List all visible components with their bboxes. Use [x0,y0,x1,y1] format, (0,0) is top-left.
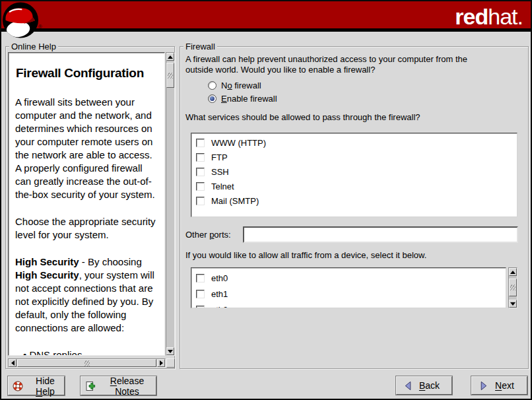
service-checkbox[interactable] [196,168,205,176]
help-horizontal-scrollbar[interactable] [8,358,166,368]
up-arrow-icon [510,268,515,274]
service-row[interactable]: SSH [191,164,517,179]
service-checkbox[interactable] [196,197,205,205]
vertical-scroll-thumb[interactable] [509,279,517,296]
firewall-intro-text: A firewall can help prevent unauthorized… [185,54,521,75]
down-arrow-icon [168,350,173,356]
service-row[interactable]: Mail (SMTP) [191,193,517,208]
help-bullet-item: DNS replies [23,349,160,356]
hide-help-label: Hide Help [26,376,64,397]
header-bar [1,1,531,32]
next-button[interactable]: Next [471,376,527,395]
back-arrow-icon [403,380,414,391]
other-ports-input[interactable] [243,226,518,243]
device-label: eth1 [211,289,228,299]
device-label: eth0 [211,273,228,283]
scrollbar-corner [166,358,175,368]
help-body: Firewall Configuration A firewall sits b… [9,53,164,356]
release-notes-button[interactable]: Release Notes [81,376,156,395]
radio-button[interactable] [208,94,216,103]
down-arrow-icon [510,302,515,308]
other-ports-label: Other ports: [185,230,231,240]
service-row[interactable]: Telnet [191,179,517,193]
services-list[interactable]: WWW (HTTP)FTPSSHTelnetMail (SMTP) [191,133,517,217]
service-label: WWW (HTTP) [211,138,266,148]
back-button[interactable]: Back [396,376,452,395]
radio-button[interactable] [208,81,216,90]
help-paragraph: High Security - By choosing High Securit… [15,255,160,335]
devices-list[interactable]: eth0eth1eth2 [191,267,506,308]
service-checkbox[interactable] [196,182,205,191]
radio-no-firewall-label: No firewall [221,81,261,90]
services-question: What services should be allowed to pass … [185,112,420,122]
up-arrow-icon [168,53,173,59]
scroll-up-button[interactable] [509,268,517,276]
radio-no-firewall[interactable]: No firewall [208,81,261,90]
device-label: eth2 [211,305,228,309]
redhat-shadowman-icon [2,1,40,39]
radio-enable-firewall-label: Enable firewall [221,94,277,104]
devices-scrollbar[interactable] [508,267,517,308]
scroll-down-button[interactable] [166,347,174,355]
help-paragraph: Choose the appropriate security level fo… [15,215,160,242]
thumb-grip [510,284,515,290]
scroll-right-button[interactable] [157,359,165,367]
help-vertical-scrollbar[interactable] [166,52,175,356]
devices-help-text: If you would like to allow all traffic f… [185,250,426,260]
service-row[interactable]: FTP [191,150,517,164]
next-label: Next [489,380,520,391]
vertical-scroll-thumb[interactable] [166,63,174,88]
thumb-grip [168,73,173,79]
scroll-down-button[interactable] [509,300,517,308]
device-checkbox[interactable] [196,306,205,309]
scroll-left-button[interactable] [9,359,17,367]
device-checkbox[interactable] [196,290,205,298]
online-help-frame: Online Help Firewall Configuration A fir… [5,46,175,369]
next-arrow-icon [478,380,489,391]
service-label: FTP [211,152,228,162]
help-title: Firewall Configuration [16,65,160,81]
online-help-frame-label: Online Help [9,42,58,51]
release-notes-label: Release Notes [98,376,156,397]
service-label: Telnet [211,182,234,191]
service-row[interactable]: WWW (HTTP) [191,135,517,150]
service-label: SSH [211,167,229,177]
right-arrow-icon [160,360,166,366]
device-row[interactable]: eth1 [191,286,506,302]
service-label: Mail (SMTP) [211,196,259,206]
installer-window: ® redhat. Online Help Firewall Configura… [0,0,532,400]
hide-help-button[interactable]: Hide Help [8,376,65,395]
scroll-up-button[interactable] [166,53,174,61]
firewall-frame-label: Firewall [183,42,217,51]
radio-enable-firewall[interactable]: Enable firewall [208,94,277,104]
back-label: Back [414,380,445,391]
firewall-frame: Firewall A firewall can help prevent una… [180,46,529,369]
device-row[interactable]: eth0 [191,270,506,286]
release-notes-icon [85,381,96,391]
thumb-grip [84,360,90,366]
wordmark-red: red [455,4,488,29]
left-arrow-icon [9,360,15,366]
horizontal-scroll-thumb[interactable] [17,359,156,367]
redhat-wordmark: redhat. [455,4,523,30]
registered-trademark: ® [38,24,42,30]
device-row[interactable]: eth2 [191,302,506,308]
help-paragraph: A firewall sits between your computer an… [15,96,160,201]
wordmark-hat: hat. [488,4,523,29]
life-preserver-icon [13,381,23,391]
service-checkbox[interactable] [196,139,205,147]
service-checkbox[interactable] [196,153,205,162]
help-text-area: Firewall Configuration A firewall sits b… [8,52,165,356]
device-checkbox[interactable] [196,274,205,283]
